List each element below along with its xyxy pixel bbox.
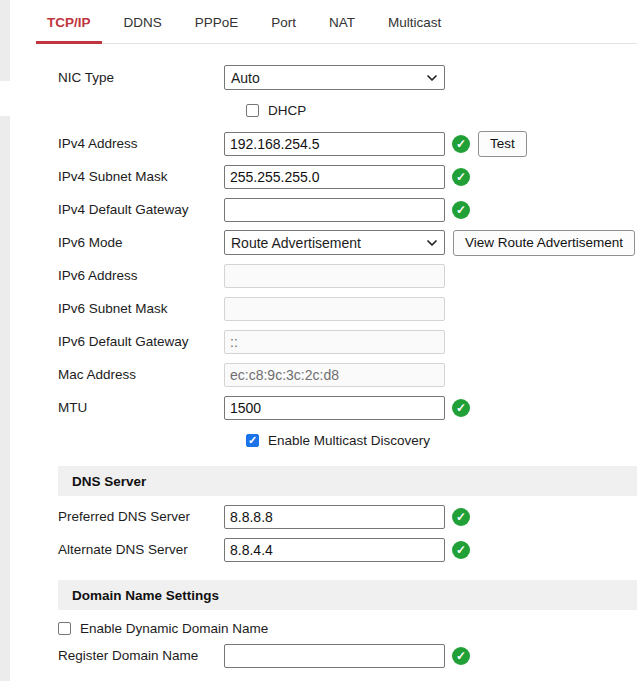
preferred-dns-input[interactable] [224, 505, 445, 529]
ipv6-address-row: IPv6 Address [58, 259, 637, 292]
valid-check-icon: ✓ [452, 541, 470, 559]
mtu-input[interactable] [224, 396, 445, 420]
valid-check-icon: ✓ [452, 508, 470, 526]
valid-check-icon: ✓ [452, 168, 470, 186]
enable-dynamic-domain-checkbox[interactable] [58, 622, 71, 635]
ipv4-default-gateway-label: IPv4 Default Gateway [58, 202, 224, 217]
sidebar-active-item-edge [0, 81, 10, 116]
ipv4-address-row: IPv4 Address ✓ Test [58, 127, 637, 160]
preferred-dns-row: Preferred DNS Server ✓ [58, 500, 637, 533]
sidebar-edge [0, 0, 10, 681]
chevron-down-icon [426, 72, 438, 84]
ipv6-mode-selected-value: Route Advertisement [231, 235, 426, 251]
ipv6-mode-select[interactable]: Route Advertisement [224, 230, 445, 255]
valid-check-icon: ✓ [452, 399, 470, 417]
register-domain-input[interactable] [224, 644, 445, 668]
ipv4-address-label: IPv4 Address [58, 136, 224, 151]
register-domain-label: Register Domain Name [58, 648, 224, 663]
ipv6-subnet-mask-row: IPv6 Subnet Mask [58, 292, 637, 325]
dhcp-label: DHCP [268, 103, 306, 118]
tab-tcpip[interactable]: TCP/IP [36, 15, 102, 43]
domain-name-section-title: Domain Name Settings [72, 588, 219, 603]
ipv4-default-gateway-input[interactable] [224, 198, 445, 222]
multicast-discovery-checkbox[interactable] [246, 434, 259, 447]
preferred-dns-label: Preferred DNS Server [58, 509, 224, 524]
tab-ddns[interactable]: DDNS [113, 15, 173, 43]
dhcp-row: DHCP [58, 94, 637, 127]
ipv4-subnet-mask-row: IPv4 Subnet Mask ✓ [58, 160, 637, 193]
dns-server-section-header: DNS Server [58, 466, 637, 496]
ipv6-default-gateway-label: IPv6 Default Gateway [58, 334, 224, 349]
dns-server-section-title: DNS Server [72, 474, 146, 489]
ipv4-subnet-mask-label: IPv4 Subnet Mask [58, 169, 224, 184]
ipv6-mode-label: IPv6 Mode [58, 235, 224, 250]
register-domain-row: Register Domain Name ✓ [58, 639, 637, 672]
valid-check-icon: ✓ [452, 647, 470, 665]
enable-dynamic-domain-label: Enable Dynamic Domain Name [80, 621, 268, 636]
network-tabs: TCP/IP DDNS PPPoE Port NAT Multicast [36, 0, 637, 44]
ipv4-subnet-mask-input[interactable] [224, 165, 445, 189]
ipv6-subnet-mask-input [224, 297, 445, 321]
nic-type-row: NIC Type Auto [58, 61, 637, 94]
chevron-down-icon [426, 237, 438, 249]
ipv4-address-input[interactable] [224, 132, 445, 156]
multicast-discovery-row: Enable Multicast Discovery [58, 424, 637, 457]
tab-port[interactable]: Port [260, 15, 307, 43]
mtu-label: MTU [58, 400, 224, 415]
ipv4-default-gateway-row: IPv4 Default Gateway ✓ [58, 193, 637, 226]
alternate-dns-row: Alternate DNS Server ✓ [58, 533, 637, 566]
nic-type-select[interactable]: Auto [224, 65, 445, 90]
tab-pppoe[interactable]: PPPoE [184, 15, 250, 43]
view-route-advertisement-button[interactable]: View Route Advertisement [453, 230, 635, 256]
ipv6-address-label: IPv6 Address [58, 268, 224, 283]
nic-type-selected-value: Auto [231, 70, 426, 86]
domain-name-section-header: Domain Name Settings [58, 580, 637, 610]
ipv6-default-gateway-row: IPv6 Default Gateway [58, 325, 637, 358]
alternate-dns-input[interactable] [224, 538, 445, 562]
enable-dynamic-domain-row: Enable Dynamic Domain Name [58, 617, 637, 639]
tab-nat[interactable]: NAT [318, 15, 366, 43]
tab-multicast[interactable]: Multicast [377, 15, 452, 43]
valid-check-icon: ✓ [452, 135, 470, 153]
alternate-dns-label: Alternate DNS Server [58, 542, 224, 557]
valid-check-icon: ✓ [452, 201, 470, 219]
ipv6-mode-row: IPv6 Mode Route Advertisement View Route… [58, 226, 637, 259]
tcpip-settings-panel: TCP/IP DDNS PPPoE Port NAT Multicast NIC… [36, 0, 637, 672]
multicast-discovery-label: Enable Multicast Discovery [268, 433, 430, 448]
ipv6-subnet-mask-label: IPv6 Subnet Mask [58, 301, 224, 316]
dhcp-checkbox[interactable] [246, 104, 259, 117]
mac-address-row: Mac Address [58, 358, 637, 391]
mac-address-input [224, 363, 445, 387]
ipv6-address-input [224, 264, 445, 288]
test-button[interactable]: Test [478, 131, 527, 157]
mac-address-label: Mac Address [58, 367, 224, 382]
ipv6-default-gateway-input [224, 330, 445, 354]
mtu-row: MTU ✓ [58, 391, 637, 424]
nic-type-label: NIC Type [58, 70, 224, 85]
